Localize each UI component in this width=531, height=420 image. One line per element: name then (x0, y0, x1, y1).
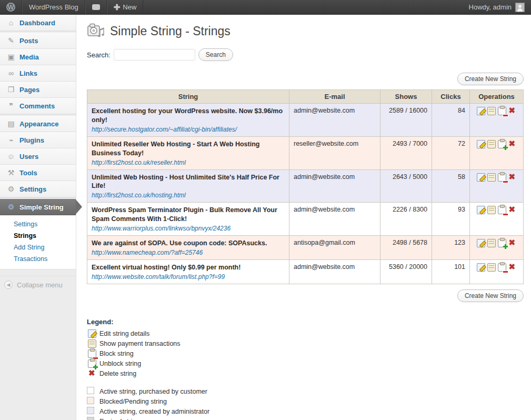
site-name-menu[interactable]: WordPress Blog (22, 0, 85, 14)
string-email: admin@website.com (289, 169, 380, 203)
string-title: Excellent hosting for your WordPress web… (92, 107, 285, 125)
string-clicks: 123 (432, 236, 470, 260)
create-new-string-button-top[interactable]: Create New String (457, 73, 524, 85)
edit-icon[interactable] (477, 173, 485, 182)
current-item-arrow (76, 199, 82, 214)
submenu-item-settings[interactable]: Settings (0, 218, 76, 230)
block-icon (88, 349, 96, 358)
sidebar-item-posts[interactable]: Posts (0, 33, 76, 49)
string-url-link[interactable]: http://first2host.co.uk/hosting.html (92, 192, 186, 199)
table-row: We are against of SOPA. Use coupon code:… (87, 236, 524, 260)
simple-string-submenu: Settings Strings Add String Trasactions (0, 215, 76, 269)
delete-icon[interactable] (508, 263, 517, 272)
transactions-icon[interactable] (487, 140, 496, 148)
string-title: We are against of SOPA. Use coupon code:… (92, 239, 285, 248)
transactions-icon[interactable] (487, 173, 496, 182)
search-button[interactable]: Search (198, 48, 233, 61)
sidebar-item-tools[interactable]: Tools (0, 165, 76, 181)
legend-label-edit: Edit string details (99, 330, 149, 337)
create-new-string-button-bottom[interactable]: Create New String (457, 289, 524, 302)
comment-bubble-icon (92, 4, 100, 10)
sidebar-item-comments[interactable]: Comments (0, 98, 76, 114)
main-content: Simple String - Strings Search: Search C… (76, 15, 531, 420)
wordpress-logo-menu[interactable]: W (0, 0, 22, 14)
legend-label-block: Block string (99, 350, 134, 357)
search-label: Search: (87, 51, 111, 59)
legend-label-transactions: Show payment transactions (99, 340, 181, 347)
sidebar-item-users[interactable]: Users (0, 148, 76, 165)
howdy-account-menu[interactable]: Howdy, admin (463, 0, 531, 14)
table-header-row: String E-mail Shows Clicks Operations (87, 90, 524, 104)
sidebar-item-simple-string[interactable]: Simple String (0, 199, 76, 215)
string-url-link[interactable]: http://www.warriorplus.com/linkwso/bpnvy… (92, 225, 231, 232)
comments-admin-bar-item[interactable] (85, 0, 107, 14)
legend-label-admin-color: Active string, created by administrator (99, 408, 209, 415)
legend-label-delete: Delete string (99, 370, 136, 377)
transactions-icon[interactable] (487, 263, 496, 272)
sidebar-item-media[interactable]: Media (0, 49, 76, 65)
transactions-icon[interactable] (487, 206, 496, 214)
plugins-icon (5, 136, 17, 144)
string-url-link[interactable]: http://first2host.co.uk/reseller.html (92, 159, 186, 166)
admin-sidebar: Dashboard Posts Media Links Pages Comm (0, 15, 76, 420)
delete-icon (88, 369, 96, 378)
string-clicks: 84 (432, 104, 470, 137)
edit-icon[interactable] (477, 263, 485, 272)
sidebar-item-appearance[interactable]: Appearance (0, 116, 76, 132)
edit-icon[interactable] (477, 206, 485, 214)
delete-icon[interactable] (508, 239, 517, 247)
block-icon[interactable] (498, 263, 506, 272)
page-title: Simple String - Strings (110, 24, 231, 38)
edit-icon[interactable] (477, 107, 485, 115)
collapse-menu-button[interactable]: ◀ Collapse menu (0, 276, 76, 293)
string-url-link[interactable]: http://secure.hostgator.com/~affiliat/cg… (92, 126, 237, 133)
delete-icon[interactable] (508, 140, 517, 148)
posts-icon (5, 36, 17, 45)
sidebar-item-links[interactable]: Links (0, 65, 76, 82)
legend-title: Legend: (87, 318, 524, 326)
string-url-link[interactable]: http://www.namecheap.com/?aff=25746 (92, 249, 203, 256)
sidebar-item-plugins[interactable]: Plugins (0, 132, 76, 148)
string-shows: 2589 / 16000 (380, 104, 432, 137)
transactions-icon (88, 339, 96, 348)
delete-icon[interactable] (508, 173, 517, 182)
legend-label-blocked-color: Blocked/Pending string (99, 398, 167, 405)
transactions-icon[interactable] (487, 107, 496, 115)
sidebar-item-settings[interactable]: Settings (0, 181, 76, 197)
submenu-item-add-string[interactable]: Add String (0, 242, 76, 253)
legend-label-customer-color: Active string, purchased by customer (99, 388, 207, 395)
color-swatch-blocked (87, 397, 94, 404)
submenu-item-trasactions[interactable]: Trasactions (0, 253, 76, 265)
string-clicks: 72 (432, 136, 470, 169)
edit-icon[interactable] (477, 140, 485, 148)
color-swatch-admin (87, 407, 94, 414)
plus-icon: ✚ (114, 3, 121, 12)
table-row: Unlimited Web Hosting - Host Unlimited S… (87, 169, 524, 203)
block-icon[interactable] (498, 206, 506, 214)
strings-table: String E-mail Shows Clicks Operations Ex… (87, 89, 524, 284)
sidebar-item-dashboard[interactable]: Dashboard (0, 15, 76, 31)
table-row: Excellent virtual hosting! Only $0.99 pe… (87, 259, 524, 284)
appearance-icon (5, 119, 17, 128)
edit-icon[interactable] (477, 239, 485, 247)
unblock-icon[interactable] (498, 239, 506, 247)
delete-icon[interactable] (508, 206, 517, 214)
gear-icon (5, 203, 17, 211)
sidebar-item-pages[interactable]: Pages (0, 82, 76, 98)
table-row: WordPress Spam Terminator Plugin - Bulk … (87, 203, 524, 236)
column-header-clicks: Clicks (432, 90, 470, 104)
string-title: Excellent virtual hosting! Only $0.99 pe… (92, 263, 285, 272)
string-clicks: 58 (432, 169, 470, 203)
block-icon[interactable] (498, 173, 506, 182)
search-input[interactable] (114, 49, 195, 61)
string-url-link[interactable]: http://www.website.com/talk/forum/list.p… (92, 273, 225, 281)
color-swatch-customer (87, 387, 94, 394)
transactions-icon[interactable] (487, 239, 496, 247)
delete-icon[interactable] (508, 107, 517, 115)
submenu-item-strings[interactable]: Strings (0, 230, 76, 242)
unblock-icon[interactable] (498, 140, 506, 148)
string-email: antisopa@gmail.com (289, 236, 380, 260)
block-icon[interactable] (498, 107, 506, 115)
new-content-menu[interactable]: ✚ New (107, 0, 144, 14)
wordpress-logo-icon: W (6, 3, 15, 12)
